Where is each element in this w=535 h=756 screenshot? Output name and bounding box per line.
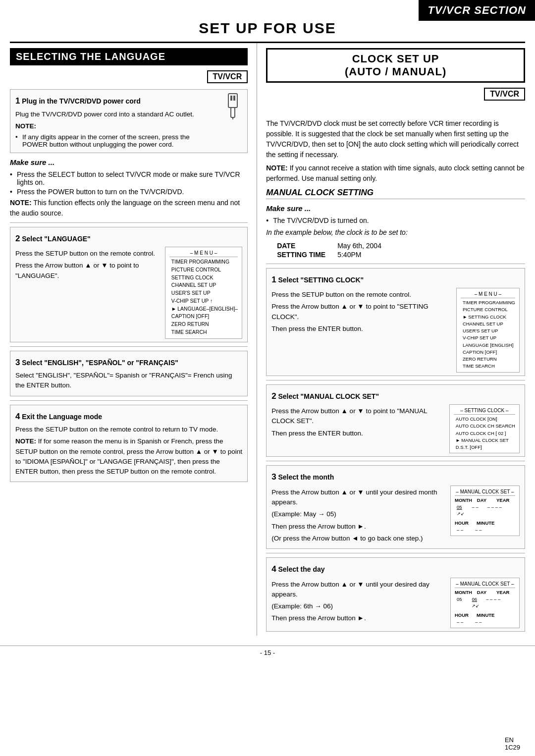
rs1-mi-8: CAPTION [OFF] (461, 349, 515, 356)
step3-title: Select "ENGLISH", "ESPAÑOL" or "FRANÇAIS… (22, 359, 178, 367)
rs1-mi-4: CHANNEL SET UP (461, 321, 515, 327)
rs1-mi-6: V-CHIP SET UP (461, 334, 515, 341)
plug-icon (223, 93, 242, 120)
setting-time-label: SETTING TIME (277, 251, 336, 259)
right-note: NOTE: If you cannot receive a station wi… (266, 163, 525, 184)
step3-val-year: – – – – (487, 504, 502, 511)
step1-box: 1 Plug in the TV/VCR/DVD power cord Plug… (10, 89, 248, 153)
step2-menu-item-2: PICTURE CONTROL (169, 266, 238, 274)
step3-body: Select "ENGLISH", "ESPAÑOL"= Spanish or … (15, 371, 242, 391)
make-sure-bullet-2: Press the POWER button to turn on the TV… (10, 188, 248, 196)
step1-body: Plug the TV/VCR/DVD power cord into a st… (15, 109, 215, 119)
tvvcr-badge-right: TV/VCR (484, 88, 525, 101)
step4-body1: Press the SETUP button on the remote con… (15, 425, 242, 434)
page-footer-right: EN 1C29 (505, 736, 520, 751)
right-column: CLOCK SET UP (AUTO / MANUAL) TV/VCR The … (257, 43, 525, 636)
right-step4-title: Select the day (278, 565, 324, 573)
clock-setup-header-line1: CLOCK SET UP (352, 53, 439, 65)
step2-menu-item-4: CHANNEL SET UP (169, 281, 238, 289)
step2-menu-item-9: ZERO RETURN (169, 321, 238, 328)
step3-hour-val: – – (457, 527, 463, 534)
right-step4-number: 4 (271, 564, 276, 574)
step3-minute-label: MINUTE (477, 520, 494, 527)
right-step2-number: 2 (271, 391, 276, 401)
step2-box: 2 Select "LANGUAGE" Press the SETUP butt… (10, 227, 248, 342)
clock-setup-header: CLOCK SET UP (AUTO / MANUAL) (266, 48, 525, 83)
tvvcr-badge-left: TV/VCR (207, 70, 248, 83)
step4-title: Exit the Language mode (22, 413, 102, 421)
divider-2 (10, 346, 248, 347)
step4-val-year: – – – – (486, 596, 500, 603)
svg-rect-3 (231, 108, 235, 117)
rs2-mi-2: AUTO CLOCK CH SEARCH (454, 423, 515, 430)
step2-menu-title: – M E N U – (169, 249, 238, 257)
right-step3-menu-title: – MANUAL CLOCK SET – (455, 488, 515, 496)
rs1-mi-1: TIMER PROGRAMMING (461, 299, 515, 306)
step3-col-day: DAY (477, 497, 486, 504)
step4-minute-val: – – (475, 619, 482, 626)
right-step2-body1: Press the Arrow button ▲ or ▼ to point t… (271, 406, 445, 427)
step2-title: Select "LANGUAGE" (22, 235, 91, 243)
make-sure-heading: Make sure ... (10, 157, 248, 168)
right-step2-title: Select "MANUAL CLOCK SET" (278, 392, 379, 400)
step1-title: Plug in the TV/VCR/DVD power cord (22, 97, 141, 105)
rs2-mi-5: D.S.T. [OFF] (454, 444, 515, 451)
example-date-table: DATE May 6th, 2004 SETTING TIME 5:40PM (276, 241, 382, 260)
right-step4-menu-title: – MANUAL CLOCK SET – (455, 580, 515, 588)
right-step2-menu: – SETTING CLOCK – AUTO CLOCK [ON] AUTO C… (449, 404, 520, 453)
right-step1-menu: – M E N U – TIMER PROGRAMMING PICTURE CO… (456, 288, 520, 373)
svg-rect-2 (233, 96, 235, 101)
right-step1-box: 1 Select "SETTING CLOCK" Press the SETUP… (266, 268, 525, 376)
step1-note-label: NOTE: (15, 122, 36, 130)
step2-menu-item-7: ► LANGUAGE–[ENGLISH]– (169, 305, 238, 313)
right-step1-body1: Press the SETUP button on the remote con… (271, 290, 452, 300)
tvvcr-section-banner: TV/VCR SECTION (419, 0, 535, 21)
step4-col-month: MONTH (455, 589, 472, 596)
right-divider-1 (266, 264, 525, 264)
page-footer: - 15 - (0, 646, 535, 656)
left-column: SELECTING THE LANGUAGE TV/VCR 1 Plug in … (10, 43, 257, 636)
right-step2-body2: Then press the ENTER button. (271, 429, 445, 438)
right-step3-title: Select the month (278, 473, 334, 481)
setting-time-value: 5:40PM (337, 251, 381, 259)
step3-col-year: YEAR (496, 497, 509, 504)
rs1-mi-7: LANGUAGE [ENGLISH] (461, 342, 515, 349)
step4-number: 4 (15, 412, 20, 421)
right-step4-body2: (Example: 6th → 06) (271, 601, 446, 611)
step4-note: NOTE: If for some reason the menu is in … (15, 436, 242, 477)
example-heading: In the example below, the clock is to be… (266, 227, 525, 238)
rs2-mi-3: AUTO CLOCK CH [ 02 ] (454, 430, 515, 437)
step4-hour-val: – – (457, 619, 463, 626)
step4-minute-label: MINUTE (477, 612, 494, 619)
right-divider-3 (266, 461, 525, 461)
step2-menu-item-3: SETTING CLOCK (169, 274, 238, 282)
right-make-sure-heading: Make sure ... (266, 203, 525, 215)
right-step3-menu: – MANUAL CLOCK SET – MONTH DAY YEAR 05 –… (450, 486, 520, 537)
step2-menu-item-8: CAPTION [OFF] (169, 313, 238, 321)
step2-number: 2 (15, 234, 20, 243)
selecting-language-header: SELECTING THE LANGUAGE (10, 48, 248, 65)
page-code: 1C29 (505, 744, 520, 751)
page-number: - 15 - (260, 649, 275, 656)
step2-body1: Press the SETUP button on the remote con… (15, 249, 161, 259)
right-step1-body2: Press the Arrow button ▲ or ▼ to point t… (271, 302, 452, 322)
step2-menu: – M E N U – TIMER PROGRAMMING PICTURE CO… (165, 247, 242, 339)
svg-rect-0 (228, 94, 237, 108)
date-value: May 6th, 2004 (337, 242, 381, 250)
step2-body2: Press the Arrow button ▲ or ▼ to point t… (15, 261, 161, 281)
manual-clock-setting-title: MANUAL CLOCK SETTING (266, 188, 525, 199)
right-step3-body2: (Example: May → 05) (271, 509, 446, 519)
right-intro: The TV/VCR/DVD clock must be set correct… (266, 118, 525, 160)
right-step1-title: Select "SETTING CLOCK" (278, 276, 364, 284)
right-step3-number: 3 (271, 472, 276, 482)
rs1-mi-3: ► SETTING CLOCK (461, 314, 515, 321)
right-divider-4 (266, 553, 525, 553)
step2-menu-item-1: TIMER PROGRAMMING (169, 258, 238, 266)
step3-box: 3 Select "ENGLISH", "ESPAÑOL" or "FRANÇA… (10, 351, 248, 396)
right-step4-menu: – MANUAL CLOCK SET – MONTH DAY YEAR 05 0… (450, 578, 520, 629)
right-step2-box: 2 Select "MANUAL CLOCK SET" Press the Ar… (266, 384, 525, 457)
right-step3-body4: (Or press the Arrow button ◄ to go back … (271, 534, 446, 543)
step3-hour-label: HOUR (455, 520, 469, 527)
step4-val-day: 06 (472, 596, 478, 603)
step4-col-day: DAY (477, 589, 486, 596)
